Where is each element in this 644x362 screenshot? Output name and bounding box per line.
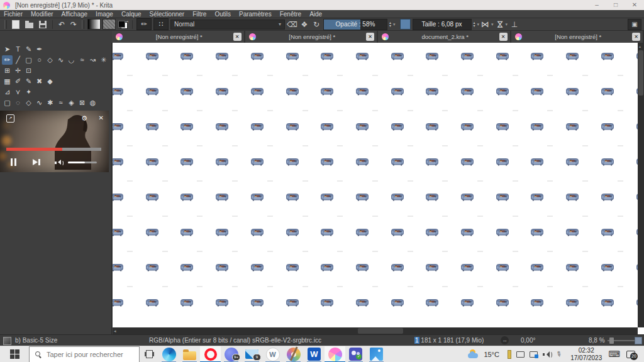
reference-images-tool[interactable]: ✦ bbox=[23, 87, 34, 97]
text-tool[interactable]: T bbox=[13, 45, 23, 54]
similar-select-tool[interactable]: ≈ bbox=[55, 98, 66, 107]
document-tab[interactable]: [Non enregistré] *✕ bbox=[511, 31, 644, 43]
minimize-button[interactable]: – bbox=[587, 0, 606, 10]
menu-affichage[interactable]: Affichage bbox=[62, 11, 88, 18]
zoom-fit-button[interactable] bbox=[635, 337, 642, 344]
brush-presets-button[interactable]: ∷ bbox=[153, 18, 169, 30]
ellipse-select-tool[interactable]: ◌ bbox=[13, 98, 23, 107]
image-dimensions[interactable]: 1 181 x 1 181 (17,9 Mio) bbox=[414, 337, 484, 344]
video-progress-bar[interactable] bbox=[6, 148, 101, 151]
taskbar-app-edge[interactable] bbox=[158, 346, 179, 362]
freehand-path-tool[interactable]: ≈ bbox=[77, 55, 87, 65]
notification-center-icon[interactable]: 20 bbox=[626, 351, 635, 358]
select-shapes-tool[interactable]: ➤ bbox=[2, 45, 13, 54]
rectangle-tool[interactable]: ▢ bbox=[23, 55, 34, 65]
zoom-slider-thumb[interactable] bbox=[609, 337, 614, 344]
taskbar-app-opera[interactable] bbox=[200, 346, 221, 362]
tab-close-button[interactable]: ✕ bbox=[499, 33, 508, 41]
toolbar-drag-handle[interactable] bbox=[4, 20, 7, 29]
redo-button[interactable]: ↷ bbox=[69, 19, 79, 30]
gradient-chooser[interactable] bbox=[87, 19, 101, 30]
freehand-brush-tool[interactable]: ✏ bbox=[2, 55, 13, 65]
close-button[interactable]: ✕ bbox=[625, 0, 644, 10]
touch-keyboard-icon[interactable]: ⌨ bbox=[608, 349, 620, 359]
document-tab[interactable]: document_2.kra *✕ bbox=[378, 31, 511, 43]
start-button[interactable] bbox=[0, 346, 29, 362]
vertical-scroll-thumb[interactable] bbox=[638, 50, 643, 96]
taskbar-app-photos[interactable] bbox=[366, 346, 387, 362]
menu-fenetre[interactable]: Fenêtre bbox=[280, 11, 301, 18]
tab-close-button[interactable]: ✕ bbox=[632, 33, 640, 41]
multibrush-tool[interactable]: ✳ bbox=[98, 55, 109, 65]
weather-icon[interactable] bbox=[467, 349, 481, 359]
taskbar-app-paint[interactable] bbox=[283, 346, 304, 362]
chevron-down-icon[interactable]: ▾ bbox=[506, 22, 508, 27]
patch-tool[interactable]: ✎ bbox=[23, 77, 34, 86]
foreground-color[interactable] bbox=[118, 21, 125, 28]
rotation-value[interactable]: 0,00° bbox=[521, 337, 535, 344]
transform-tool[interactable]: ⊞ bbox=[2, 66, 13, 75]
display-sync-icon[interactable] bbox=[516, 351, 525, 358]
horizontal-scrollbar[interactable]: ◂ bbox=[113, 327, 638, 334]
menu-calque[interactable]: Calque bbox=[121, 11, 142, 18]
display-icon[interactable] bbox=[530, 351, 538, 358]
chevron-down-icon[interactable]: ▾ bbox=[491, 22, 494, 27]
menu-parametres[interactable]: Paramètres bbox=[239, 11, 272, 18]
volume-icon[interactable] bbox=[55, 160, 61, 165]
taskbar-app-teams[interactable]: ✓ bbox=[345, 346, 366, 362]
select-mask-tool[interactable]: ◍ bbox=[87, 98, 98, 107]
popout-icon[interactable]: ↗ bbox=[6, 114, 14, 123]
battery-icon[interactable] bbox=[508, 350, 511, 359]
opacity-slider[interactable]: Opacité : 58% bbox=[323, 19, 387, 30]
size-spinner[interactable]: ▴▾ bbox=[474, 19, 475, 30]
bezier-select-tool[interactable]: ◈ bbox=[66, 98, 77, 107]
next-track-icon[interactable] bbox=[33, 158, 40, 166]
workspace-chooser-button[interactable]: ▣ bbox=[628, 19, 641, 30]
ellipse-tool[interactable]: ○ bbox=[34, 55, 45, 65]
pattern-chooser[interactable] bbox=[103, 19, 116, 30]
crop-tool[interactable]: ⊡ bbox=[23, 66, 34, 75]
document-tab[interactable]: [Non enregistré] *✕ bbox=[245, 31, 379, 43]
tab-close-button[interactable]: ✕ bbox=[233, 33, 242, 41]
undo-button[interactable]: ↶ bbox=[57, 19, 67, 30]
rect-select-tool[interactable]: ▢ bbox=[2, 98, 13, 107]
horizontal-scroll-thumb[interactable] bbox=[358, 328, 403, 334]
open-document-icon[interactable] bbox=[25, 23, 33, 28]
gradient-tool[interactable]: ▦ bbox=[2, 77, 13, 86]
brush-size-swatch[interactable] bbox=[400, 19, 411, 30]
search-input[interactable] bbox=[45, 350, 139, 359]
mirror-vertical-button[interactable]: ⋈ bbox=[496, 19, 504, 30]
selection-mode-icon[interactable] bbox=[3, 337, 11, 345]
eraser-mode-button[interactable]: ⌫ bbox=[287, 19, 297, 30]
menu-aide[interactable]: Aide bbox=[309, 11, 322, 18]
tab-close-button[interactable]: ✕ bbox=[366, 33, 374, 41]
freehand-select-tool[interactable]: ∿ bbox=[34, 98, 45, 107]
pen-icon[interactable]: ✎ bbox=[554, 349, 564, 359]
menu-image[interactable]: Image bbox=[96, 11, 113, 18]
temperature-value[interactable]: 15°C bbox=[484, 351, 499, 358]
canvas-rotation-icon[interactable]: ↔ bbox=[501, 336, 509, 344]
menu-filtre[interactable]: Filtre bbox=[192, 11, 206, 18]
player-close-icon[interactable]: ✕ bbox=[99, 114, 104, 121]
polygon-tool[interactable]: ◇ bbox=[45, 55, 55, 65]
measure-tool[interactable]: ⊿ bbox=[2, 87, 13, 97]
opacity-spinner[interactable]: ▴▾ bbox=[389, 19, 391, 30]
chevron-down-icon[interactable]: ▾ bbox=[393, 22, 396, 27]
reload-preset-button[interactable]: ↻ bbox=[311, 19, 321, 30]
preserve-alpha-button[interactable]: ❖ bbox=[299, 19, 309, 30]
calligraphy-tool[interactable]: ✒ bbox=[34, 45, 45, 54]
brush-size-slider[interactable]: Taille : 6,08 px bbox=[413, 19, 472, 30]
fg-bg-color-swatch[interactable]: ⇄ bbox=[118, 19, 128, 30]
pause-icon[interactable] bbox=[10, 158, 18, 166]
zoom-value[interactable]: 8,8 % bbox=[589, 337, 605, 344]
scroll-up-icon[interactable]: ▴ bbox=[639, 44, 641, 48]
bezier-curve-tool[interactable]: ◡ bbox=[66, 55, 77, 65]
taskbar-app-mail[interactable]: 9 bbox=[242, 346, 262, 362]
menu-selectionner[interactable]: Sélectionner bbox=[150, 11, 185, 18]
taskbar-app-wattpad[interactable]: W bbox=[262, 346, 283, 362]
gear-icon[interactable]: ⚙ bbox=[81, 114, 87, 123]
new-document-icon[interactable] bbox=[12, 20, 19, 29]
video-pip-player[interactable]: ↗ ⚙ ✕ bbox=[0, 111, 109, 172]
vertical-scrollbar[interactable]: ▴ bbox=[638, 43, 644, 327]
move-tool[interactable]: ✛ bbox=[13, 66, 23, 75]
